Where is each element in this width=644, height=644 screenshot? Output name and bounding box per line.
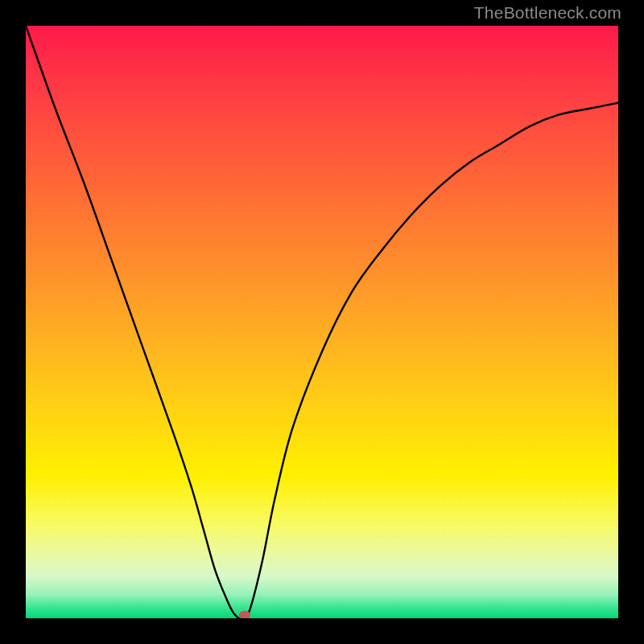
chart-frame: TheBottleneck.com [0,0,644,644]
curve-svg [26,26,618,618]
watermark-text: TheBottleneck.com [474,3,621,23]
plot-area [26,26,618,618]
minimum-marker [239,611,250,618]
bottleneck-curve [26,26,618,618]
